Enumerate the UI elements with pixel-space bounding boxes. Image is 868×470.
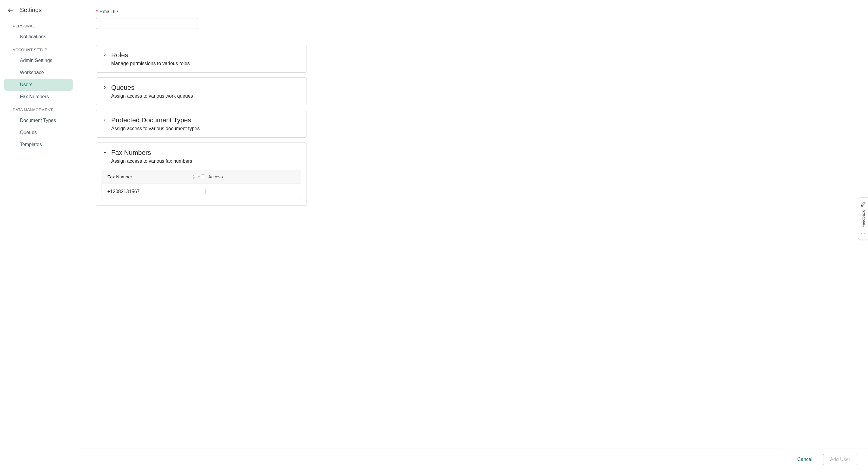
chevron-right-icon (103, 85, 107, 90)
chevron-right-icon (103, 53, 107, 57)
col-access-label: Access (208, 174, 223, 179)
sidebar-item-templates[interactable]: Templates (4, 138, 73, 151)
add-user-button: Add User (823, 454, 857, 465)
sidebar-item-fax-numbers[interactable]: Fax Numbers (4, 91, 73, 103)
panel-title: Queues (111, 84, 193, 92)
col-fax-number-label: Fax Number (107, 174, 132, 179)
filter-icon[interactable] (197, 175, 201, 179)
header-checkbox[interactable] (201, 175, 205, 179)
panel-sub: Assign access to various fax numbers (111, 158, 192, 164)
sort-filter-controls[interactable] (192, 175, 201, 179)
col-fax-number[interactable]: Fax Number (107, 174, 201, 179)
chevron-down-icon (103, 150, 107, 155)
panel-header-queues[interactable]: Queues Assign access to various work que… (96, 78, 307, 105)
content: *Email ID Roles Manage permissions to va… (77, 0, 517, 449)
panel-sub: Assign access to various document types (111, 126, 199, 131)
feedback-text: Feedback (861, 210, 866, 227)
panel-sub: Manage permissions to various roles (111, 61, 190, 66)
panel-title: Protected Document Types (111, 116, 199, 124)
divider (96, 37, 498, 37)
fax-table-header: Fax Number Access (102, 170, 301, 184)
section-label-account: ACCOUNT SETUP (0, 43, 77, 55)
fax-access-cell (201, 189, 206, 194)
panel-header-protected[interactable]: Protected Document Types Assign access t… (96, 110, 307, 137)
fax-number-cell: +12082131567 (107, 189, 201, 194)
back-arrow-icon[interactable] (7, 7, 14, 13)
panel-title: Fax Numbers (111, 149, 192, 157)
row-checkbox[interactable] (205, 189, 206, 194)
sidebar-item-users[interactable]: Users (4, 79, 73, 91)
cancel-button[interactable]: Cancel (790, 454, 819, 465)
sidebar-item-document-types[interactable]: Document Types (4, 115, 73, 127)
form-row-email: *Email ID (96, 9, 498, 29)
section-label-data: DATA MANAGEMENT (0, 103, 77, 115)
panel-fax-numbers: Fax Numbers Assign access to various fax… (96, 143, 307, 206)
panel-header-roles[interactable]: Roles Manage permissions to various role… (96, 45, 307, 72)
panel-sub: Assign access to various work queues (111, 93, 193, 99)
dots-icon: ··· (861, 230, 866, 236)
email-label-text: Email ID (99, 9, 118, 14)
footer: Cancel Add User (77, 449, 868, 470)
panel-title: Roles (111, 51, 190, 59)
panel-header-fax[interactable]: Fax Numbers Assign access to various fax… (96, 143, 307, 170)
sidebar-item-notifications[interactable]: Notifications (4, 31, 73, 43)
panel-queues: Queues Assign access to various work que… (96, 77, 307, 105)
sort-icon[interactable] (192, 175, 195, 179)
email-input[interactable] (96, 18, 198, 29)
panel-roles: Roles Manage permissions to various role… (96, 45, 307, 73)
chevron-right-icon (103, 118, 107, 122)
section-label-personal: PERSONAL (0, 19, 77, 31)
col-access: Access (201, 174, 223, 179)
sidebar-item-queues[interactable]: Queues (4, 127, 73, 138)
panel-protected-doc-types: Protected Document Types Assign access t… (96, 110, 307, 138)
sidebar-item-admin-settings[interactable]: Admin Settings (4, 55, 73, 67)
sidebar: Settings PERSONAL Notifications ACCOUNT … (0, 0, 77, 470)
sidebar-item-workspace[interactable]: Workspace (4, 67, 73, 79)
pencil-icon (860, 201, 866, 207)
main: *Email ID Roles Manage permissions to va… (77, 0, 868, 470)
required-asterisk: * (96, 9, 98, 14)
feedback-tab[interactable]: Feedback ··· (858, 197, 868, 240)
sidebar-header: Settings (0, 5, 77, 19)
fax-table-row: +12082131567 (102, 184, 301, 200)
fax-table: Fax Number Access +12082131567 (101, 170, 301, 200)
email-label: *Email ID (96, 9, 498, 14)
page-title: Settings (20, 7, 41, 13)
